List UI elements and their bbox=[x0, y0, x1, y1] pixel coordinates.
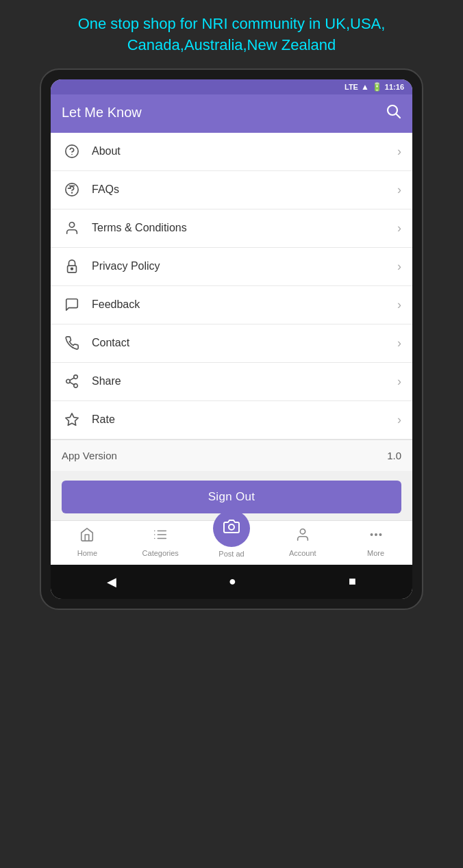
feedback-icon bbox=[62, 297, 82, 312]
terms-label: Terms & Conditions bbox=[92, 222, 397, 234]
menu-item-feedback[interactable]: Feedback › bbox=[51, 286, 412, 324]
status-bar: LTE ▲ 🔋 11:16 bbox=[51, 79, 412, 94]
svg-point-24 bbox=[375, 533, 376, 535]
status-icons: LTE ▲ 🔋 11:16 bbox=[345, 82, 404, 92]
menu-item-terms[interactable]: Terms & Conditions › bbox=[51, 209, 412, 248]
home-nav-label: Home bbox=[77, 549, 97, 557]
svg-marker-14 bbox=[66, 413, 78, 425]
faqs-chevron-icon: › bbox=[397, 183, 401, 197]
contact-chevron-icon: › bbox=[397, 336, 401, 350]
phone-icon bbox=[62, 335, 82, 350]
feedback-label: Feedback bbox=[92, 298, 397, 311]
terms-chevron-icon: › bbox=[397, 221, 401, 235]
contact-label: Contact bbox=[92, 337, 397, 349]
share-icon bbox=[62, 374, 82, 389]
post-ad-nav-label: Post ad bbox=[218, 550, 244, 558]
app-title: Let Me Know bbox=[62, 105, 142, 120]
app-bar: Let Me Know bbox=[51, 94, 412, 133]
menu-item-privacy[interactable]: Privacy Policy › bbox=[51, 248, 412, 286]
privacy-chevron-icon: › bbox=[397, 259, 401, 274]
nav-item-categories[interactable]: Categories bbox=[140, 527, 181, 557]
account-icon bbox=[295, 527, 310, 546]
star-icon bbox=[62, 412, 82, 427]
account-nav-label: Account bbox=[289, 549, 316, 557]
bottom-nav: Home Categories bbox=[51, 520, 412, 565]
time-display: 11:16 bbox=[385, 83, 404, 91]
menu-item-share[interactable]: Share › bbox=[51, 363, 412, 401]
phone-screen: LTE ▲ 🔋 11:16 Let Me Know bbox=[51, 79, 412, 599]
rate-label: Rate bbox=[92, 413, 397, 426]
svg-line-13 bbox=[70, 378, 74, 381]
app-version-row: App Version 1.0 bbox=[51, 439, 412, 471]
menu-item-about[interactable]: About › bbox=[51, 133, 412, 171]
signal-indicator: LTE bbox=[345, 83, 358, 91]
svg-point-4 bbox=[66, 183, 78, 196]
categories-icon bbox=[153, 527, 168, 546]
camera-icon bbox=[223, 518, 240, 539]
phone-frame: LTE ▲ 🔋 11:16 Let Me Know bbox=[40, 68, 423, 610]
svg-point-22 bbox=[300, 528, 305, 533]
svg-line-1 bbox=[397, 114, 400, 118]
home-icon bbox=[79, 527, 95, 546]
share-label: Share bbox=[92, 375, 397, 387]
battery-icon: 🔋 bbox=[372, 82, 382, 92]
app-version-value: 1.0 bbox=[387, 450, 401, 461]
help-circle-icon bbox=[62, 144, 82, 159]
svg-point-6 bbox=[69, 222, 74, 227]
rate-chevron-icon: › bbox=[397, 413, 401, 427]
nav-item-home[interactable]: Home bbox=[66, 527, 108, 557]
faq-icon bbox=[62, 182, 82, 197]
lock-icon bbox=[62, 259, 82, 274]
header-tagline: One stop shop for NRI community in UK,US… bbox=[0, 14, 463, 56]
svg-point-25 bbox=[379, 533, 381, 535]
svg-point-5 bbox=[72, 192, 73, 193]
app-version-label: App Version bbox=[62, 450, 117, 461]
nav-item-more[interactable]: More bbox=[355, 527, 397, 557]
nav-item-post-ad[interactable]: Post ad bbox=[213, 526, 250, 558]
categories-nav-label: Categories bbox=[142, 549, 179, 557]
search-button[interactable] bbox=[385, 103, 401, 123]
share-chevron-icon: › bbox=[397, 374, 401, 389]
more-nav-label: More bbox=[367, 549, 384, 557]
recent-apps-button[interactable]: ■ bbox=[349, 574, 356, 589]
svg-point-21 bbox=[229, 524, 234, 530]
menu-item-rate[interactable]: Rate › bbox=[51, 401, 412, 439]
terms-icon bbox=[62, 220, 82, 235]
sign-out-button[interactable]: Sign Out bbox=[62, 481, 401, 513]
svg-line-12 bbox=[70, 382, 74, 385]
menu-item-contact[interactable]: Contact › bbox=[51, 324, 412, 363]
svg-point-23 bbox=[371, 533, 372, 535]
post-ad-button[interactable] bbox=[213, 510, 250, 547]
signal-bars-icon: ▲ bbox=[361, 82, 369, 92]
feedback-chevron-icon: › bbox=[397, 298, 401, 312]
privacy-label: Privacy Policy bbox=[92, 260, 397, 272]
more-icon bbox=[368, 527, 384, 546]
menu-list: About › FAQs › bbox=[51, 133, 412, 439]
svg-point-0 bbox=[388, 105, 397, 115]
svg-point-2 bbox=[66, 145, 78, 157]
back-button[interactable]: ◀ bbox=[107, 574, 116, 589]
menu-item-faqs[interactable]: FAQs › bbox=[51, 171, 412, 209]
android-nav-bar: ◀ ● ■ bbox=[51, 565, 412, 599]
faqs-label: FAQs bbox=[92, 183, 397, 196]
about-chevron-icon: › bbox=[397, 144, 401, 159]
nav-item-account[interactable]: Account bbox=[282, 527, 323, 557]
svg-point-8 bbox=[71, 268, 73, 270]
home-button[interactable]: ● bbox=[229, 574, 236, 589]
about-label: About bbox=[92, 145, 397, 157]
